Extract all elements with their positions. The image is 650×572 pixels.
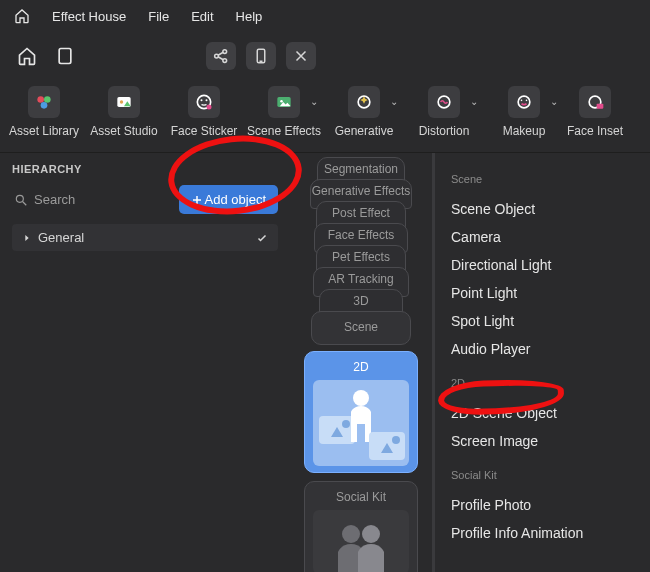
tool-label: Asset Studio <box>90 124 157 138</box>
home-nav-icon[interactable] <box>14 43 40 69</box>
svg-point-19 <box>518 96 530 108</box>
add-object-button[interactable]: Add object <box>179 185 278 214</box>
tool-face-sticker[interactable]: Face Sticker <box>164 86 244 138</box>
chevron-down-icon: ⌄ <box>470 96 478 107</box>
category-stack: Segmentation Generative Effects Post Eff… <box>290 153 432 572</box>
menu-item-file[interactable]: File <box>148 9 169 24</box>
makeup-icon <box>508 86 540 118</box>
stack-item-selected[interactable]: 2D <box>304 351 418 473</box>
tool-label: Face Inset <box>567 124 623 138</box>
section-title: 2D <box>451 377 634 389</box>
search-placeholder: Search <box>34 192 75 207</box>
face-inset-icon <box>579 86 611 118</box>
tool-face-inset[interactable]: Face Inset <box>564 86 626 138</box>
stack-2d-thumb <box>313 380 409 466</box>
plus-icon <box>191 194 203 206</box>
svg-point-13 <box>206 99 208 101</box>
stack-selected-label: 2D <box>353 360 368 374</box>
list-item-screen-image[interactable]: Screen Image <box>451 427 634 455</box>
hierarchy-title: HIERARCHY <box>12 163 278 175</box>
section-title: Social Kit <box>451 469 634 481</box>
phone-icon[interactable] <box>246 42 276 70</box>
tool-distortion[interactable]: ⌄ Distortion <box>404 86 484 138</box>
svg-point-28 <box>353 390 369 406</box>
share-icon[interactable] <box>206 42 236 70</box>
menu-item-effect-house[interactable]: Effect House <box>52 9 126 24</box>
list-item[interactable]: Scene Object <box>451 195 634 223</box>
social-kit-thumb <box>313 510 409 572</box>
main-area: HIERARCHY Search Add object General Segm… <box>0 153 650 572</box>
stack-item[interactable]: Scene <box>311 311 411 345</box>
list-item[interactable]: 2D Scene Object <box>451 399 634 427</box>
list-item[interactable]: Directional Light <box>451 251 634 279</box>
object-list-panel: Scene Scene Object Camera Directional Li… <box>432 153 650 572</box>
tool-label: Asset Library <box>9 124 79 138</box>
device-preview-icon[interactable] <box>52 43 78 69</box>
svg-point-14 <box>207 105 212 110</box>
nav-toolbar <box>0 32 650 80</box>
picture-icon <box>369 432 405 460</box>
hierarchy-panel: HIERARCHY Search Add object General <box>0 153 290 572</box>
chevron-down-icon: ⌄ <box>310 96 318 107</box>
tool-shelf: Asset Library Asset Studio Face Sticker … <box>0 80 650 153</box>
tree-item-general[interactable]: General <box>12 224 278 251</box>
svg-point-10 <box>120 100 123 103</box>
search-icon <box>14 193 28 207</box>
chevron-right-icon <box>22 233 32 243</box>
svg-point-30 <box>362 525 380 543</box>
svg-rect-0 <box>59 49 71 64</box>
tool-label: Face Sticker <box>171 124 238 138</box>
list-item[interactable]: Spot Light <box>451 307 634 335</box>
chevron-down-icon: ⌄ <box>550 96 558 107</box>
menu-bar: Effect House File Edit Help <box>0 0 650 32</box>
svg-rect-23 <box>597 104 604 109</box>
generative-icon <box>348 86 380 118</box>
svg-point-16 <box>280 100 283 103</box>
asset-studio-icon <box>108 86 140 118</box>
svg-line-25 <box>23 201 27 205</box>
list-item[interactable]: Audio Player <box>451 335 634 363</box>
stack-below-label: Social Kit <box>336 490 386 504</box>
list-item[interactable]: Point Light <box>451 279 634 307</box>
tool-asset-studio[interactable]: Asset Studio <box>84 86 164 138</box>
chevron-down-icon: ⌄ <box>390 96 398 107</box>
tool-asset-library[interactable]: Asset Library <box>4 86 84 138</box>
svg-point-21 <box>526 100 528 102</box>
tool-scene-effects[interactable]: ⌄ Scene Effects <box>244 86 324 138</box>
menu-item-edit[interactable]: Edit <box>191 9 213 24</box>
people-icon <box>331 520 391 572</box>
tool-generative[interactable]: ⌄ Generative <box>324 86 404 138</box>
svg-point-24 <box>16 195 23 202</box>
add-object-label: Add object <box>205 192 266 207</box>
svg-point-7 <box>44 96 51 103</box>
tool-label: Makeup <box>503 124 546 138</box>
section-title: Scene <box>451 173 634 185</box>
search-input[interactable]: Search <box>12 188 171 211</box>
center-tool-group <box>206 42 316 70</box>
list-item[interactable]: Camera <box>451 223 634 251</box>
asset-library-icon <box>28 86 60 118</box>
tool-label: Distortion <box>419 124 470 138</box>
svg-point-12 <box>201 99 203 101</box>
tool-makeup[interactable]: ⌄ Makeup <box>484 86 564 138</box>
tool-label: Scene Effects <box>247 124 321 138</box>
stack-item-social-kit[interactable]: Social Kit <box>304 481 418 572</box>
tools-icon[interactable] <box>286 42 316 70</box>
svg-point-20 <box>521 100 523 102</box>
check-icon <box>256 232 268 244</box>
tool-label: Generative <box>335 124 394 138</box>
svg-point-8 <box>41 102 48 109</box>
scene-effects-icon <box>268 86 300 118</box>
list-item[interactable]: Profile Photo <box>451 491 634 519</box>
menu-item-help[interactable]: Help <box>236 9 263 24</box>
home-icon[interactable] <box>14 8 30 24</box>
svg-point-6 <box>37 96 44 103</box>
distortion-icon <box>428 86 460 118</box>
svg-point-29 <box>342 525 360 543</box>
tree-item-label: General <box>38 230 84 245</box>
face-sticker-icon <box>188 86 220 118</box>
list-item[interactable]: Profile Info Animation <box>451 519 634 547</box>
